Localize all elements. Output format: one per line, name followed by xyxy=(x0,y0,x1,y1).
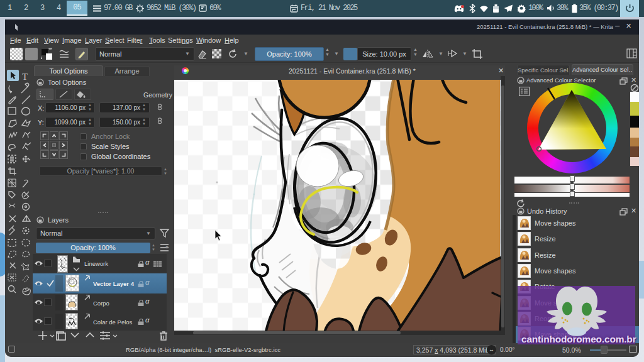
svg-text:Move shapes: Move shapes xyxy=(535,267,576,275)
svg-text:Resize: Resize xyxy=(535,235,556,243)
svg-text:Resize: Resize xyxy=(535,251,556,259)
svg-text:Move shapes: Move shapes xyxy=(535,219,576,227)
svg-text:T: T xyxy=(22,72,28,82)
